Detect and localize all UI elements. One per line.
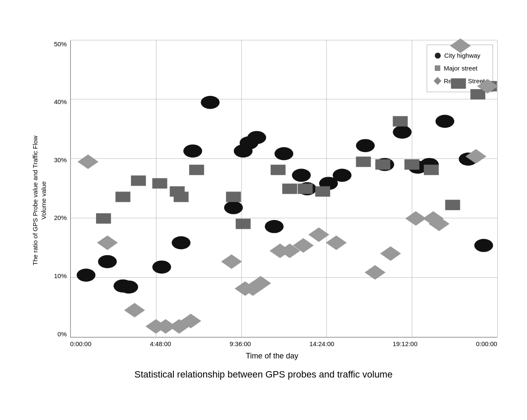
plot-box: City highway Major street Regular Street bbox=[70, 40, 497, 338]
svg-rect-40 bbox=[375, 159, 390, 169]
svg-point-8 bbox=[224, 201, 243, 214]
y-tick-50: 50% bbox=[54, 40, 67, 48]
y-tick-20: 20% bbox=[54, 214, 67, 221]
x-axis-labels: 0:00:00 4:48:00 9:36:00 14:24:00 19:12:0… bbox=[47, 340, 497, 347]
chart-container: The ratio of GPS Probe value and Traffic… bbox=[30, 40, 497, 380]
svg-point-3 bbox=[119, 280, 138, 293]
svg-point-23 bbox=[436, 115, 454, 128]
svg-rect-35 bbox=[271, 164, 286, 175]
svg-rect-41 bbox=[393, 116, 408, 126]
x-tick-5: 0:00:00 bbox=[476, 340, 497, 347]
svg-marker-63 bbox=[326, 235, 347, 250]
svg-point-20 bbox=[393, 125, 411, 138]
svg-marker-48 bbox=[77, 154, 98, 169]
svg-rect-44 bbox=[445, 200, 460, 210]
grid-v-5 bbox=[497, 40, 498, 337]
y-ticks: 0% 10% 20% 30% 40% 50% bbox=[47, 40, 70, 338]
svg-rect-33 bbox=[226, 192, 241, 202]
svg-rect-36 bbox=[282, 183, 297, 194]
svg-rect-31 bbox=[174, 192, 189, 202]
y-tick-10: 10% bbox=[54, 272, 67, 279]
svg-point-5 bbox=[172, 236, 190, 249]
svg-marker-69 bbox=[450, 38, 471, 53]
y-tick-30: 30% bbox=[54, 156, 67, 163]
svg-point-13 bbox=[275, 147, 293, 160]
svg-marker-62 bbox=[309, 227, 329, 242]
svg-point-14 bbox=[292, 169, 311, 182]
x-axis-title: Time of the day bbox=[47, 352, 497, 361]
scatter-svg bbox=[71, 40, 497, 337]
svg-rect-45 bbox=[451, 78, 466, 88]
y-tick-0: 0% bbox=[57, 330, 67, 338]
svg-rect-26 bbox=[96, 213, 111, 223]
svg-rect-32 bbox=[189, 164, 204, 175]
svg-point-1 bbox=[98, 255, 117, 268]
svg-rect-43 bbox=[424, 164, 439, 175]
svg-rect-37 bbox=[298, 183, 313, 194]
svg-point-6 bbox=[183, 144, 202, 158]
svg-rect-27 bbox=[116, 192, 130, 202]
chart-area: The ratio of GPS Probe value and Traffic… bbox=[30, 40, 497, 361]
svg-rect-42 bbox=[405, 159, 419, 169]
svg-marker-55 bbox=[221, 254, 242, 268]
plot-and-yaxis: 0% 10% 20% 30% 40% 50% bbox=[47, 40, 497, 338]
svg-rect-34 bbox=[236, 218, 251, 228]
x-tick-0: 0:00:00 bbox=[70, 340, 91, 347]
svg-marker-50 bbox=[124, 303, 145, 317]
chart-inner: 0% 10% 20% 30% 40% 50% bbox=[47, 40, 497, 361]
y-tick-40: 40% bbox=[54, 98, 67, 105]
svg-point-18 bbox=[356, 139, 375, 152]
svg-point-25 bbox=[474, 239, 493, 252]
svg-point-4 bbox=[152, 260, 171, 273]
svg-point-0 bbox=[76, 268, 95, 282]
x-tick-3: 14:24:00 bbox=[309, 340, 334, 347]
x-tick-4: 19:12:00 bbox=[393, 340, 417, 347]
x-tick-2: 9:36:00 bbox=[230, 340, 251, 347]
svg-point-17 bbox=[333, 169, 351, 182]
svg-rect-39 bbox=[356, 156, 371, 166]
svg-point-7 bbox=[201, 96, 219, 109]
svg-point-11 bbox=[247, 131, 266, 144]
y-axis-label: The ratio of GPS Probe value and Traffic… bbox=[30, 40, 47, 361]
svg-rect-29 bbox=[152, 178, 167, 188]
chart-caption: Statistical relationship between GPS pro… bbox=[134, 369, 392, 380]
svg-rect-38 bbox=[315, 186, 330, 196]
svg-marker-65 bbox=[380, 246, 401, 260]
x-tick-1: 4:48:00 bbox=[150, 340, 171, 347]
svg-marker-64 bbox=[365, 265, 385, 279]
svg-marker-49 bbox=[97, 235, 118, 250]
svg-point-12 bbox=[265, 220, 283, 233]
svg-rect-28 bbox=[131, 175, 146, 186]
